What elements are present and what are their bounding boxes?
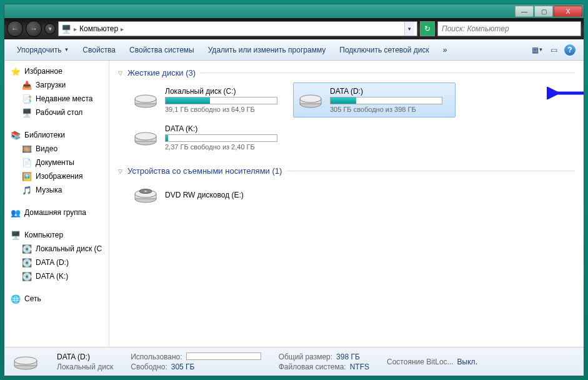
help-button[interactable]: ? bbox=[562, 42, 577, 58]
status-total-label: Общий размер: bbox=[279, 352, 332, 361]
close-button[interactable]: X bbox=[554, 6, 582, 17]
svg-point-13 bbox=[144, 191, 147, 192]
downloads-icon: 📥 bbox=[22, 80, 32, 90]
collapse-icon: ▽ bbox=[118, 70, 122, 76]
svg-point-8 bbox=[135, 132, 156, 140]
body: ⭐Избранное 📥Загрузки 📑Недавние места 🖥️Р… bbox=[4, 61, 584, 347]
drive-name: Локальный диск (C:) bbox=[165, 87, 286, 96]
titlebar: — ▢ X bbox=[4, 4, 584, 18]
status-used-label: Использовано: bbox=[131, 352, 182, 361]
status-free-label: Свободно: bbox=[131, 362, 167, 371]
properties-button[interactable]: Свойства bbox=[76, 43, 122, 57]
drive-tile[interactable]: DATA (D:)305 ГБ свободно из 398 ГБ bbox=[293, 82, 456, 118]
drive-subtext: 2,37 ГБ свободно из 2,40 ГБ bbox=[165, 143, 286, 151]
status-bar: DATA (D:) Локальный диск Использовано: С… bbox=[4, 347, 584, 376]
computer-icon: 🖥️ bbox=[61, 24, 71, 34]
search-input[interactable] bbox=[437, 21, 581, 36]
drive-subtext: 39,1 ГБ свободно из 64,9 ГБ bbox=[165, 106, 286, 113]
view-options-button[interactable]: ▦▼ bbox=[530, 42, 545, 58]
drive-tile[interactable]: DVD RW дисковод (E:) bbox=[128, 181, 291, 209]
more-button[interactable]: » bbox=[437, 43, 454, 57]
sidebar-item-drive-c[interactable]: 💽Локальный диск (C bbox=[4, 242, 109, 256]
star-icon: ⭐ bbox=[11, 66, 21, 76]
sidebar-item-downloads[interactable]: 📥Загрузки bbox=[4, 78, 109, 92]
minimize-button[interactable]: — bbox=[515, 6, 534, 17]
breadcrumb-dropdown[interactable]: ▾ bbox=[404, 22, 414, 36]
sidebar-item-drive-d[interactable]: 💽DATA (D:) bbox=[4, 256, 109, 269]
svg-point-2 bbox=[135, 95, 156, 102]
drive-icon: 💽 bbox=[22, 258, 32, 268]
drive-icon: 💽 bbox=[22, 244, 32, 254]
documents-icon: 📄 bbox=[22, 158, 32, 168]
nav-history-dropdown[interactable]: ▾ bbox=[44, 23, 56, 34]
drive-tile[interactable]: Локальный диск (C:)39,1 ГБ свободно из 6… bbox=[128, 82, 291, 118]
drive-icon bbox=[132, 90, 159, 110]
help-icon: ? bbox=[564, 44, 576, 56]
content-pane: ▽ Жесткие диски (3) Локальный диск (C:)3… bbox=[109, 61, 584, 347]
drive-name: DATA (D:) bbox=[330, 87, 451, 96]
system-properties-button[interactable]: Свойства системы bbox=[123, 43, 201, 57]
back-button[interactable]: ← bbox=[7, 21, 23, 37]
sidebar-item-desktop[interactable]: 🖥️Рабочий стол bbox=[4, 106, 109, 119]
status-drive-name: DATA (D:) bbox=[57, 352, 113, 361]
homegroup-icon: 👥 bbox=[11, 208, 21, 218]
computer-icon: 🖥️ bbox=[11, 230, 21, 240]
group-hard-drives[interactable]: ▽ Жесткие диски (3) bbox=[118, 66, 575, 80]
drive-name: DATA (K:) bbox=[165, 124, 286, 133]
sidebar-network[interactable]: 🌐Сеть bbox=[4, 292, 109, 306]
status-drive-type: Локальный диск bbox=[57, 362, 113, 371]
sidebar-homegroup[interactable]: 👥Домашняя группа bbox=[4, 206, 109, 219]
explorer-window: — ▢ X ← → ▾ 🖥️ ▸ Компьютер ▸ ▾ ↻ Упорядо… bbox=[4, 4, 584, 376]
sidebar: ⭐Избранное 📥Загрузки 📑Недавние места 🖥️Р… bbox=[4, 61, 109, 347]
forward-button[interactable]: → bbox=[26, 21, 42, 37]
sidebar-item-music[interactable]: 🎵Музыка bbox=[4, 183, 109, 197]
svg-point-5 bbox=[300, 95, 321, 102]
chevron-right-icon: ▸ bbox=[74, 26, 77, 32]
status-free-value: 305 ГБ bbox=[171, 362, 195, 371]
status-total-value: 398 ГБ bbox=[336, 352, 360, 361]
svg-point-17 bbox=[14, 357, 37, 364]
network-icon: 🌐 bbox=[11, 294, 21, 304]
sidebar-item-pictures[interactable]: 🖼️Изображения bbox=[4, 169, 109, 183]
organize-menu[interactable]: Упорядочить▼ bbox=[11, 43, 75, 57]
usage-bar bbox=[330, 97, 442, 104]
chevron-down-icon: ▼ bbox=[64, 47, 69, 52]
sidebar-item-documents[interactable]: 📄Документы bbox=[4, 156, 109, 169]
breadcrumb-item[interactable]: Компьютер bbox=[79, 24, 118, 33]
refresh-button[interactable]: ↻ bbox=[420, 21, 435, 36]
sidebar-item-video[interactable]: 🎞️Видео bbox=[4, 142, 109, 156]
drive-icon bbox=[132, 128, 159, 148]
collapse-icon: ▽ bbox=[118, 168, 122, 174]
toolbar: Упорядочить▼ Свойства Свойства системы У… bbox=[4, 39, 584, 61]
sidebar-computer[interactable]: 🖥️Компьютер bbox=[4, 228, 109, 242]
drive-name: DVD RW дисковод (E:) bbox=[165, 191, 286, 199]
video-icon: 🎞️ bbox=[22, 144, 32, 154]
chevron-right-icon: ▸ bbox=[121, 26, 124, 32]
usage-bar bbox=[165, 134, 277, 142]
status-fs-value: NTFS bbox=[350, 362, 369, 371]
drive-tile[interactable]: DATA (K:)2,37 ГБ свободно из 2,40 ГБ bbox=[128, 120, 291, 155]
breadcrumb[interactable]: 🖥️ ▸ Компьютер ▸ ▾ bbox=[58, 21, 417, 36]
drive-subtext: 305 ГБ свободно из 398 ГБ bbox=[330, 106, 451, 113]
status-bitlocker-label: Состояние BitLoc... bbox=[387, 358, 454, 366]
preview-pane-button[interactable]: ▭ bbox=[546, 42, 561, 58]
annotation-arrow bbox=[547, 87, 584, 99]
desktop-icon: 🖥️ bbox=[22, 108, 32, 118]
uninstall-button[interactable]: Удалить или изменить программу bbox=[202, 43, 332, 57]
drive-icon bbox=[12, 352, 39, 372]
sidebar-libraries[interactable]: 📚Библиотеки bbox=[4, 128, 109, 142]
sidebar-item-drive-k[interactable]: 💽DATA (K:) bbox=[4, 269, 109, 283]
status-usage-bar bbox=[186, 352, 261, 360]
status-bitlocker-value: Выкл. bbox=[457, 358, 477, 366]
maximize-button[interactable]: ▢ bbox=[534, 6, 553, 17]
sidebar-item-recent[interactable]: 📑Недавние места bbox=[4, 92, 109, 106]
drive-icon bbox=[297, 90, 324, 110]
map-drive-button[interactable]: Подключить сетевой диск bbox=[333, 43, 435, 57]
music-icon: 🎵 bbox=[22, 185, 32, 195]
usage-bar bbox=[165, 97, 277, 104]
sidebar-favorites[interactable]: ⭐Избранное bbox=[4, 64, 109, 78]
dvd-drive-icon bbox=[132, 185, 159, 205]
group-removable[interactable]: ▽ Устройства со съемными носителями (1) bbox=[118, 164, 575, 178]
status-fs-label: Файловая система: bbox=[279, 362, 346, 371]
drive-icon: 💽 bbox=[22, 271, 32, 281]
